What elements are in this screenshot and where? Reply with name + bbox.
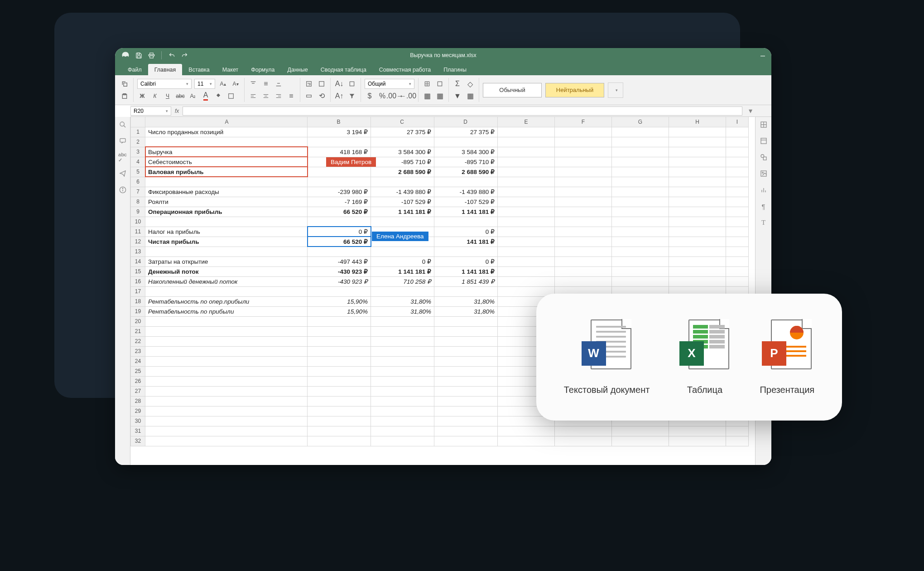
- cell-C20[interactable]: [371, 316, 434, 326]
- cell-D4[interactable]: -895 710 ₽: [434, 157, 498, 167]
- cell-D32[interactable]: [434, 436, 498, 446]
- cell-I4[interactable]: [726, 157, 749, 167]
- cell-A10[interactable]: [145, 217, 308, 227]
- cell-A22[interactable]: [145, 336, 308, 346]
- cell-D27[interactable]: [434, 386, 498, 396]
- cell-G14[interactable]: [612, 256, 669, 266]
- cell-F2[interactable]: [555, 137, 612, 147]
- search-icon[interactable]: [118, 120, 128, 130]
- launcher-presentation[interactable]: P Презентация: [760, 319, 814, 395]
- table-settings-icon[interactable]: [759, 136, 769, 146]
- align-center-icon[interactable]: [261, 91, 271, 101]
- formula-input[interactable]: [183, 106, 742, 116]
- cell-I31[interactable]: [726, 426, 749, 436]
- cell-D9[interactable]: 1 141 181 ₽: [434, 207, 498, 217]
- cell-D13[interactable]: [434, 247, 498, 256]
- align-bottom-icon[interactable]: [274, 79, 284, 89]
- cell-H31[interactable]: [669, 426, 726, 436]
- col-header-E[interactable]: E: [498, 117, 555, 127]
- cell-H12[interactable]: [669, 237, 726, 247]
- decrease-font-icon[interactable]: A▾: [231, 79, 241, 89]
- cell-B2[interactable]: [308, 137, 371, 147]
- sort-desc-icon[interactable]: A↑: [334, 91, 344, 101]
- cell-E17[interactable]: [498, 286, 555, 296]
- row-header-23[interactable]: 23: [131, 346, 145, 356]
- cell-H5[interactable]: [669, 167, 726, 177]
- cell-F8[interactable]: [555, 197, 612, 207]
- cell-I12[interactable]: [726, 237, 749, 247]
- cell-H4[interactable]: [669, 157, 726, 167]
- cell-F1[interactable]: [555, 127, 612, 137]
- cell-I16[interactable]: [726, 276, 749, 286]
- cell-I9[interactable]: [726, 207, 749, 217]
- cell-A23[interactable]: [145, 346, 308, 356]
- cell-A14[interactable]: Затраты на открытие: [145, 256, 308, 266]
- cell-E12[interactable]: [498, 237, 555, 247]
- cell-I13[interactable]: [726, 247, 749, 256]
- wrap-text-icon[interactable]: [304, 79, 314, 89]
- cell-C8[interactable]: -107 529 ₽: [371, 197, 434, 207]
- redo-icon[interactable]: [181, 52, 188, 59]
- row-header-9[interactable]: 9: [131, 207, 145, 217]
- cell-C31[interactable]: [371, 426, 434, 436]
- cell-E32[interactable]: [498, 436, 555, 446]
- col-header-F[interactable]: F: [555, 117, 612, 127]
- cell-C23[interactable]: [371, 346, 434, 356]
- cell-I1[interactable]: [726, 127, 749, 137]
- cell-I32[interactable]: [726, 436, 749, 446]
- filter-icon[interactable]: [347, 91, 357, 101]
- style-neutral[interactable]: Нейтральный: [545, 83, 604, 97]
- delete-row-icon[interactable]: ▦: [435, 91, 445, 101]
- row-header-8[interactable]: 8: [131, 197, 145, 207]
- cell-E3[interactable]: [498, 147, 555, 157]
- cell-D1[interactable]: 27 375 ₽: [434, 127, 498, 137]
- cell-D16[interactable]: 1 851 439 ₽: [434, 276, 498, 286]
- cell-C2[interactable]: [371, 137, 434, 147]
- cell-D24[interactable]: [434, 356, 498, 366]
- cell-D2[interactable]: [434, 137, 498, 147]
- row-header-30[interactable]: 30: [131, 416, 145, 426]
- cell-I7[interactable]: [726, 187, 749, 197]
- cell-A30[interactable]: [145, 416, 308, 426]
- cell-A21[interactable]: [145, 326, 308, 336]
- tab-collab[interactable]: Совместная работа: [373, 64, 437, 75]
- cell-F6[interactable]: [555, 177, 612, 187]
- clear-icon[interactable]: ◇: [465, 79, 475, 89]
- cell-B24[interactable]: [308, 356, 371, 366]
- cell-H16[interactable]: [669, 276, 726, 286]
- row-header-1[interactable]: 1: [131, 127, 145, 137]
- cell-E8[interactable]: [498, 197, 555, 207]
- currency-icon[interactable]: $: [365, 91, 375, 101]
- cell-D21[interactable]: [434, 326, 498, 336]
- cell-H14[interactable]: [669, 256, 726, 266]
- cell-B17[interactable]: [308, 286, 371, 296]
- tab-file[interactable]: Файл: [121, 64, 148, 75]
- cell-A31[interactable]: [145, 426, 308, 436]
- cell-C29[interactable]: [371, 406, 434, 416]
- tab-home[interactable]: Главная: [148, 64, 183, 75]
- shape-settings-icon[interactable]: [759, 152, 769, 162]
- cell-C30[interactable]: [371, 416, 434, 426]
- comments-icon[interactable]: [118, 136, 128, 146]
- cell-B9[interactable]: 66 520 ₽: [308, 207, 371, 217]
- cell-F4[interactable]: [555, 157, 612, 167]
- tab-data[interactable]: Данные: [281, 64, 314, 75]
- cell-I2[interactable]: [726, 137, 749, 147]
- cell-C6[interactable]: [371, 177, 434, 187]
- cell-F5[interactable]: [555, 167, 612, 177]
- row-header-11[interactable]: 11: [131, 227, 145, 237]
- cell-A25[interactable]: [145, 366, 308, 376]
- row-header-31[interactable]: 31: [131, 426, 145, 436]
- cell-A11[interactable]: Налог на прибыль: [145, 227, 308, 237]
- cell-C15[interactable]: 1 141 181 ₽: [371, 266, 434, 276]
- cell-E6[interactable]: [498, 177, 555, 187]
- italic-button[interactable]: К: [150, 91, 160, 101]
- row-header-18[interactable]: 18: [131, 296, 145, 306]
- align-top-icon[interactable]: [248, 79, 258, 89]
- row-header-12[interactable]: 12: [131, 237, 145, 247]
- cell-B15[interactable]: -430 923 ₽: [308, 266, 371, 276]
- cell-I15[interactable]: [726, 266, 749, 276]
- cell-B25[interactable]: [308, 366, 371, 376]
- save-icon[interactable]: [135, 52, 142, 59]
- cell-E10[interactable]: [498, 217, 555, 227]
